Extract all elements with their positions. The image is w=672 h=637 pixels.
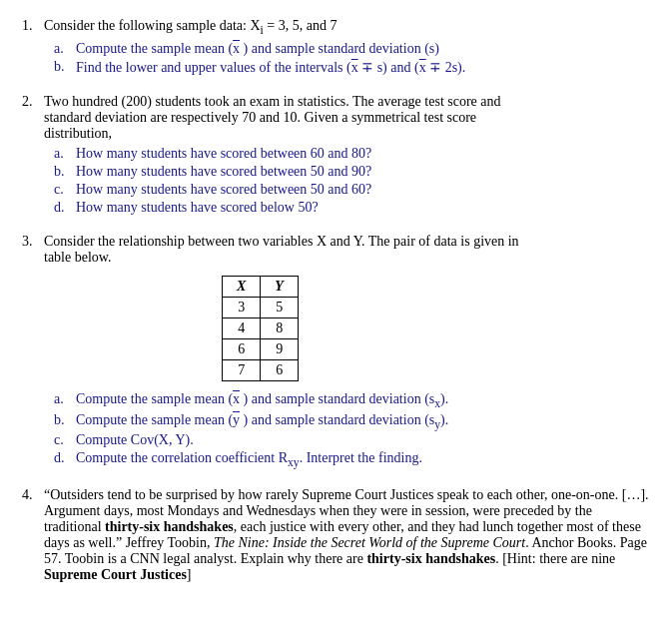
bold-handshakes-1: thirty-six handshakes — [105, 519, 234, 534]
problem-3b-letter: b. — [54, 412, 76, 428]
problem-2b: b. How many students have scored between… — [54, 164, 650, 180]
bold-handshakes-2: thirty-six handshakes — [366, 551, 495, 566]
table-cell-x4: 7 — [223, 359, 261, 380]
problem-1b-letter: b. — [54, 59, 76, 75]
problem-4: 4. “Outsiders tend to be surprised by ho… — [22, 487, 650, 583]
problem-2-text: Two hundred (200) students took an exam … — [44, 94, 650, 142]
problem-2c-letter: c. — [54, 182, 76, 198]
problem-3-text: Consider the relationship between two va… — [44, 234, 650, 266]
table-row: 7 6 — [223, 359, 299, 380]
table-cell-x1: 3 — [223, 297, 261, 318]
problem-3a-letter: a. — [54, 391, 76, 407]
problem-2c: c. How many students have scored between… — [54, 182, 650, 198]
problem-2b-text: How many students have scored between 50… — [76, 164, 650, 180]
table-cell-x2: 4 — [223, 318, 261, 338]
book-title: The Nine: Inside the Secret World of the… — [214, 535, 525, 550]
problem-3a-text: Compute the sample mean (x ) and sample … — [76, 391, 650, 410]
problem-2: 2. Two hundred (200) students took an ex… — [22, 94, 650, 216]
bold-justices: Supreme Court Justices — [44, 567, 187, 582]
xy-data-table: X Y 3 5 4 8 6 9 7 6 — [222, 276, 299, 381]
problem-1: 1. Consider the following sample data: X… — [22, 18, 650, 76]
problem-1-text: Consider the following sample data: Xi =… — [44, 18, 650, 37]
problem-3c-letter: c. — [54, 432, 76, 448]
problem-4-text: “Outsiders tend to be surprised by how r… — [44, 487, 650, 583]
table-row: 4 8 — [223, 318, 299, 338]
problem-3c: c. Compute Cov(X, Y). — [54, 432, 650, 448]
table-row: 3 5 — [223, 297, 299, 318]
problem-1-number: 1. — [22, 18, 44, 34]
problem-2a-letter: a. — [54, 146, 76, 162]
table-header-y: Y — [261, 276, 299, 297]
problem-2c-text: How many students have scored between 50… — [76, 182, 650, 198]
table-row: 6 9 — [223, 338, 299, 359]
problem-2a-text: How many students have scored between 60… — [76, 146, 650, 162]
problem-2a: a. How many students have scored between… — [54, 146, 650, 162]
table-header-x: X — [223, 276, 261, 297]
problem-4-number: 4. — [22, 487, 44, 503]
problem-3b-text: Compute the sample mean (y ) and sample … — [76, 412, 650, 431]
problem-1-header: 1. Consider the following sample data: X… — [22, 18, 650, 37]
problem-2d: d. How many students have scored below 5… — [54, 200, 650, 216]
table-cell-y1: 5 — [261, 297, 299, 318]
problem-2d-text: How many students have scored below 50? — [76, 200, 650, 216]
table-cell-y3: 9 — [261, 338, 299, 359]
problem-3: 3. Consider the relationship between two… — [22, 234, 650, 469]
problem-1b: b. Find the lower and upper values of th… — [54, 59, 650, 76]
problem-2d-letter: d. — [54, 200, 76, 216]
problem-3-number: 3. — [22, 234, 44, 250]
table-cell-y2: 8 — [261, 318, 299, 338]
problem-4-header: 4. “Outsiders tend to be surprised by ho… — [22, 487, 650, 583]
problem-3d: d. Compute the correlation coefficient R… — [54, 450, 650, 469]
problem-2-header: 2. Two hundred (200) students took an ex… — [22, 94, 650, 142]
problem-1b-text: Find the lower and upper values of the i… — [76, 59, 650, 76]
problem-3d-text: Compute the correlation coefficient Rxy.… — [76, 450, 650, 469]
table-cell-y4: 6 — [261, 359, 299, 380]
problem-3b: b. Compute the sample mean (y ) and samp… — [54, 412, 650, 431]
table-cell-x3: 6 — [223, 338, 261, 359]
problem-3c-text: Compute Cov(X, Y). — [76, 432, 650, 448]
problem-3-header: 3. Consider the relationship between two… — [22, 234, 650, 266]
problem-1a: a. Compute the sample mean (x ) and samp… — [54, 41, 650, 57]
problem-3d-letter: d. — [54, 450, 76, 466]
problem-2-number: 2. — [22, 94, 44, 110]
problem-1a-text: Compute the sample mean (x ) and sample … — [76, 41, 650, 57]
problem-3a: a. Compute the sample mean (x ) and samp… — [54, 391, 650, 410]
problem-1a-letter: a. — [54, 41, 76, 57]
problem-2b-letter: b. — [54, 164, 76, 180]
